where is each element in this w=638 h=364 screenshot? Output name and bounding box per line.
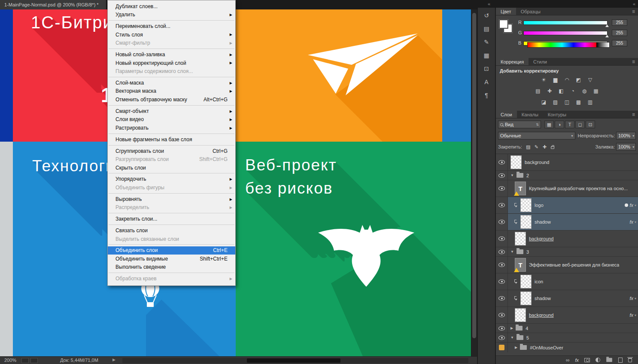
layer-thumbnail[interactable] bbox=[520, 198, 532, 212]
text-layer-thumbnail[interactable]: T bbox=[515, 258, 526, 272]
layer-row[interactable]: backgroundfx▾ bbox=[496, 307, 638, 324]
new-layer-icon[interactable] bbox=[618, 358, 623, 363]
group-name[interactable]: 4 bbox=[523, 326, 528, 331]
group-name[interactable]: 5 bbox=[523, 335, 529, 340]
layer-name[interactable]: background bbox=[522, 160, 550, 165]
color-spectrum-ramp[interactable] bbox=[527, 42, 610, 48]
brush-panel-icon[interactable]: ▦ bbox=[479, 49, 494, 61]
layer-row[interactable]: logofx▾ bbox=[496, 197, 638, 214]
layer-thumbnail[interactable] bbox=[510, 155, 522, 169]
lock-pixels-icon[interactable]: ✎ bbox=[533, 143, 540, 150]
layer-name[interactable]: logo bbox=[532, 203, 544, 208]
visibility-toggle[interactable] bbox=[496, 273, 508, 290]
visibility-toggle[interactable] bbox=[496, 324, 508, 333]
layer-thumbnail[interactable] bbox=[520, 291, 532, 305]
menu-item[interactable]: Стиль слоя▶ bbox=[108, 30, 235, 39]
visibility-toggle[interactable] bbox=[496, 154, 508, 170]
menu-item[interactable]: Сгруппировать слоиCtrl+G bbox=[108, 147, 235, 155]
collapse-panels-icon[interactable]: « bbox=[488, 1, 489, 6]
invert-icon[interactable]: ◪ bbox=[539, 98, 549, 106]
status-mini-button-2[interactable] bbox=[30, 358, 38, 363]
fx-indicator[interactable]: fx bbox=[629, 312, 633, 318]
fill-value-dropdown[interactable]: 100% ▾ bbox=[616, 143, 636, 151]
color-balance-icon[interactable]: ✚ bbox=[545, 87, 554, 94]
collapse-panels-icon[interactable]: « bbox=[633, 1, 635, 6]
menu-item[interactable]: Упорядочить▶ bbox=[108, 175, 235, 184]
photo-filter-icon[interactable]: ◔ bbox=[568, 87, 577, 94]
menu-item[interactable]: Смарт-объект▶ bbox=[108, 107, 235, 115]
visibility-toggle[interactable] bbox=[496, 247, 508, 256]
menu-item[interactable]: Переименовать слой... bbox=[108, 22, 235, 30]
clone-source-panel-icon[interactable]: ⊡ bbox=[479, 63, 494, 74]
add-layer-mask-icon[interactable] bbox=[584, 358, 590, 362]
collapse-effects-icon[interactable]: ▾ bbox=[635, 297, 636, 300]
channel-mixer-icon[interactable]: ◍ bbox=[580, 87, 589, 94]
link-layers-icon[interactable]: ∞ bbox=[566, 357, 570, 363]
lock-position-icon[interactable]: ✚ bbox=[541, 143, 548, 150]
slider-track[interactable] bbox=[523, 21, 608, 25]
layer-row[interactable]: background bbox=[496, 231, 638, 247]
hue-saturation-icon[interactable]: ▤ bbox=[533, 87, 543, 94]
layer-group-row[interactable]: ▶4 bbox=[496, 324, 638, 333]
group-name[interactable]: #OnMouseOver bbox=[527, 345, 563, 350]
menu-item[interactable]: Слои видео▶ bbox=[108, 115, 235, 124]
menu-item[interactable]: Новый корректирующий слой▶ bbox=[108, 59, 235, 67]
delete-layer-icon[interactable] bbox=[628, 358, 632, 362]
layer-group-row[interactable]: ▼2 bbox=[496, 171, 638, 180]
layer-name[interactable]: shadow bbox=[532, 219, 551, 224]
visibility-toggle[interactable] bbox=[496, 180, 508, 197]
vertical-scrollbar-thumb[interactable] bbox=[472, 13, 476, 338]
visibility-toggle[interactable] bbox=[496, 257, 508, 273]
channel-value[interactable]: 255 bbox=[612, 30, 627, 36]
layer-group-row[interactable]: ▼3 bbox=[496, 247, 638, 257]
collapse-effects-icon[interactable]: ▾ bbox=[635, 220, 636, 224]
panel-menu-icon[interactable]: ≡ bbox=[632, 111, 638, 118]
threshold-icon[interactable]: ◫ bbox=[562, 98, 572, 106]
collapse-group-icon[interactable]: ▼ bbox=[508, 250, 514, 254]
slider-thumb-icon[interactable] bbox=[605, 35, 609, 37]
layers-tab-Контуры[interactable]: Контуры bbox=[543, 111, 571, 118]
layer-row[interactable]: background bbox=[496, 154, 638, 171]
layer-name[interactable]: Крупнейший разработчик проектов на осно.… bbox=[526, 186, 628, 191]
visibility-toggle[interactable] bbox=[496, 290, 508, 306]
brightness-contrast-icon[interactable]: ☀ bbox=[539, 76, 549, 83]
filter-shape-layers-icon[interactable]: ◻ bbox=[575, 121, 585, 128]
color-tab-Цвет[interactable]: Цвет bbox=[496, 8, 516, 15]
filter-smart-objects-icon[interactable]: ⊡ bbox=[586, 121, 595, 128]
layer-row[interactable]: shadowfx▾ bbox=[496, 290, 638, 307]
text-layer-thumbnail[interactable]: T bbox=[515, 182, 526, 195]
collapse-group-icon[interactable]: ▼ bbox=[508, 173, 514, 177]
menu-item[interactable]: Выровнять▶ bbox=[108, 195, 235, 203]
visibility-toggle[interactable] bbox=[496, 307, 508, 323]
menu-item[interactable]: Отменить обтравочную маскуAlt+Ctrl+G bbox=[108, 95, 235, 104]
filter-pixel-layers-icon[interactable]: ▦ bbox=[544, 121, 554, 128]
panel-menu-icon[interactable]: ≡ bbox=[632, 58, 638, 65]
menu-item[interactable]: Новый слой-заливка▶ bbox=[108, 50, 235, 59]
slider-track[interactable] bbox=[523, 31, 608, 35]
lock-transparency-icon[interactable]: ▨ bbox=[525, 143, 532, 150]
layer-group-row[interactable]: ▼5 bbox=[496, 333, 638, 343]
layer-name[interactable]: background bbox=[526, 312, 554, 318]
visibility-toggle[interactable] bbox=[496, 214, 508, 230]
layer-thumbnail[interactable] bbox=[520, 215, 532, 229]
fx-indicator[interactable]: fx bbox=[629, 203, 633, 208]
collapse-effects-icon[interactable]: ▾ bbox=[635, 313, 636, 317]
foreground-color-swatch[interactable] bbox=[499, 20, 508, 28]
channel-value[interactable]: 255 bbox=[612, 19, 627, 26]
menu-item[interactable]: Скрыть слои bbox=[108, 164, 235, 172]
menu-item[interactable]: Закрепить слои... bbox=[108, 215, 235, 223]
expand-group-icon[interactable]: ▶ bbox=[512, 346, 517, 349]
layers-tab-Каналы[interactable]: Каналы bbox=[517, 111, 543, 118]
menu-item[interactable]: Дубликат слоев... bbox=[108, 2, 235, 11]
visibility-toggle[interactable] bbox=[496, 231, 508, 247]
menu-item[interactable]: Удалить▶ bbox=[108, 11, 235, 19]
character-panel-icon[interactable]: A bbox=[479, 76, 494, 88]
color-lookup-icon[interactable]: ▦ bbox=[591, 87, 601, 94]
layer-name[interactable]: Эффективные веб-решения для бизнеса bbox=[526, 262, 619, 267]
posterize-icon[interactable]: ▨ bbox=[551, 98, 560, 106]
blend-mode-dropdown[interactable]: Обычные ▾ bbox=[498, 132, 575, 140]
selective-color-icon[interactable]: ▥ bbox=[586, 98, 595, 106]
adjust-tab-Стили[interactable]: Стили bbox=[529, 58, 552, 65]
layer-thumbnail[interactable] bbox=[515, 232, 526, 246]
expand-group-icon[interactable]: ▶ bbox=[508, 326, 513, 330]
